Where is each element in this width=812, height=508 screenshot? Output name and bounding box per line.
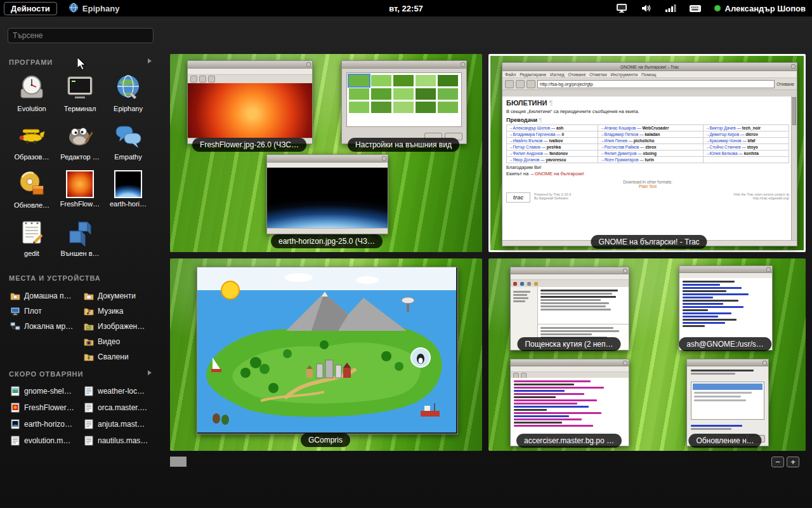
recent-expand-icon[interactable] <box>148 370 152 375</box>
app-gcompris[interactable]: Образов… <box>9 121 55 168</box>
programs-expand-icon[interactable] <box>148 58 152 64</box>
recent-nautilus-master[interactable]: nautilus.mas… <box>84 436 155 446</box>
app-menu-label: Epiphany <box>82 4 120 13</box>
url-field[interactable]: http://fsa-bg.org/project/gtp <box>537 80 775 88</box>
window-earth-viewer[interactable] <box>266 154 388 234</box>
window-title-pill[interactable]: earth-horizon.jpg-25.0 (ЧЗ… <box>271 234 383 248</box>
app-terminal[interactable]: Терминал <box>57 72 103 119</box>
paragraph-mark: ¶ <box>539 117 542 123</box>
recent-gnome-shell[interactable]: gnome-shel… <box>10 386 81 396</box>
window-titlebar <box>342 61 466 69</box>
terminal-icon <box>65 72 95 103</box>
app-gedit[interactable]: gedit <box>9 217 55 264</box>
gimp-icon <box>65 121 95 151</box>
desktop-icon <box>10 306 20 316</box>
forward-icon[interactable] <box>516 80 525 88</box>
place-downloads[interactable]: Свалени <box>84 352 155 362</box>
clock[interactable]: вт, 22:57 <box>389 4 423 13</box>
remove-workspace-button[interactable]: − <box>771 457 784 467</box>
close-icon <box>461 62 465 67</box>
window-title-pill[interactable]: Обновление н… <box>688 434 761 448</box>
app-evolution[interactable]: Evolution <box>9 72 55 119</box>
window-title-pill[interactable]: accerciser.master.bg.po … <box>516 434 622 448</box>
recent-anjuta-master[interactable]: anjuta.mast… <box>84 419 155 429</box>
recent-label: FreshFlower… <box>24 403 74 412</box>
titlebar-text: GNOME на български! - Trac <box>620 65 679 69</box>
recent-freshflower[interactable]: FreshFlower… <box>10 403 81 413</box>
evolution-icon <box>16 72 47 103</box>
workspace-1[interactable]: FreshFlower.jpg-26.0 (ЧЗС… Настройки на … <box>170 54 482 252</box>
recent-orca-master[interactable]: orca.master.… <box>84 403 155 413</box>
selected-update-row[interactable] <box>693 384 763 390</box>
display-icon[interactable] <box>615 3 628 13</box>
window-gcompris[interactable] <box>197 267 458 434</box>
app-label: Epiphany <box>105 105 151 112</box>
plain-text-link[interactable]: Plain Text <box>506 184 789 189</box>
reload-icon[interactable] <box>527 80 535 88</box>
place-home[interactable]: Домашна п… <box>10 291 81 301</box>
recent-weather-loc[interactable]: weather-loc… <box>84 386 155 396</box>
place-label: Документи <box>98 291 136 300</box>
wallpaper-grid <box>346 72 462 127</box>
text-file-icon <box>84 419 94 429</box>
window-title-pill[interactable]: GCompris <box>301 433 350 447</box>
search-input[interactable] <box>8 28 154 43</box>
text-file-icon <box>84 403 94 413</box>
workspace-3[interactable]: GCompris <box>170 258 482 451</box>
team-link[interactable]: →GNOME на български! <box>530 171 584 177</box>
user-menu[interactable]: Александър Шопов <box>714 4 806 13</box>
app-appearance[interactable]: Външен в… <box>57 217 103 264</box>
app-earth-horizon-file[interactable]: earth-hori… <box>105 169 151 216</box>
add-workspace-button[interactable]: + <box>787 457 799 467</box>
top-bar: Дейности Epiphany вт, 22:57 Александ <box>0 0 812 17</box>
place-local-network[interactable]: Локална мр… <box>10 321 81 331</box>
window-freshflower-viewer[interactable] <box>187 60 313 144</box>
footer-text: By Edgewall Software. <box>534 196 571 200</box>
recent-earth-horizon[interactable]: earth-horizo… <box>10 419 81 429</box>
window-title-pill[interactable]: Настройки на външния вид <box>348 138 459 152</box>
app-software-update[interactable]: Обновле… <box>9 169 55 216</box>
music-folder-icon <box>84 306 94 316</box>
network-signal-icon[interactable] <box>665 3 676 13</box>
app-gimp[interactable]: Редактор … <box>57 121 103 168</box>
place-video[interactable]: Видео <box>84 337 155 347</box>
window-title-pill[interactable]: ash@GNOME:/usr/s… <box>679 337 771 351</box>
footer-link[interactable]: http://trac.edgewall.org/ <box>733 196 789 200</box>
workspace-4[interactable]: Пощенска кутия (2 неп… ash@GNOME:/usr/s…… <box>488 258 806 451</box>
window-title-pill[interactable]: Пощенска кутия (2 неп… <box>517 337 620 351</box>
app-epiphany[interactable]: Epiphany <box>105 72 151 119</box>
go-button[interactable]: Отиване <box>776 82 794 86</box>
keyboard-icon[interactable] <box>689 3 702 13</box>
back-icon[interactable] <box>505 80 514 88</box>
place-documents[interactable]: Документи <box>84 291 155 301</box>
workspace-2-active[interactable]: GNOME на български! - Trac Файл Редактир… <box>488 54 806 252</box>
window-trac-browser[interactable]: GNOME на български! - Trac Файл Редактир… <box>502 62 797 246</box>
window-titlebar <box>511 359 629 366</box>
place-desktop[interactable]: Плот <box>10 306 81 316</box>
window-menubar <box>511 366 629 372</box>
activities-button[interactable]: Дейности <box>4 2 57 15</box>
place-pictures[interactable]: Изображен… <box>84 321 155 331</box>
place-music[interactable]: Музика <box>84 306 155 316</box>
app-menu[interactable]: Epiphany <box>69 3 120 15</box>
freshflower-thumbnail-icon <box>66 170 94 198</box>
app-empathy[interactable]: Empathy <box>105 121 151 168</box>
scrollbar[interactable] <box>791 97 797 241</box>
places-header: МЕСТА И УСТРОЙСТВА <box>9 274 101 282</box>
volume-icon[interactable] <box>641 3 652 13</box>
paragraph-mark: ¶ <box>549 99 553 107</box>
pictures-folder-icon <box>84 321 94 331</box>
window-title-pill[interactable]: GNOME на български! - Trac <box>591 235 707 249</box>
workspace-indicator[interactable] <box>170 457 187 467</box>
window-title-pill[interactable]: FreshFlower.jpg-26.0 (ЧЗС… <box>192 138 306 152</box>
window-statusbar <box>267 228 388 234</box>
epiphany-icon <box>113 72 143 103</box>
empathy-chat-icon <box>113 121 143 151</box>
epiphany-app-icon <box>69 3 79 15</box>
recent-evolution-file[interactable]: evolution.m… <box>10 436 81 446</box>
close-icon <box>623 269 627 273</box>
app-freshflower-file[interactable]: FreshFlow… <box>57 169 103 216</box>
app-label: Empathy <box>105 153 151 161</box>
window-appearance-prefs[interactable] <box>341 60 467 144</box>
window-menubar <box>188 69 312 75</box>
